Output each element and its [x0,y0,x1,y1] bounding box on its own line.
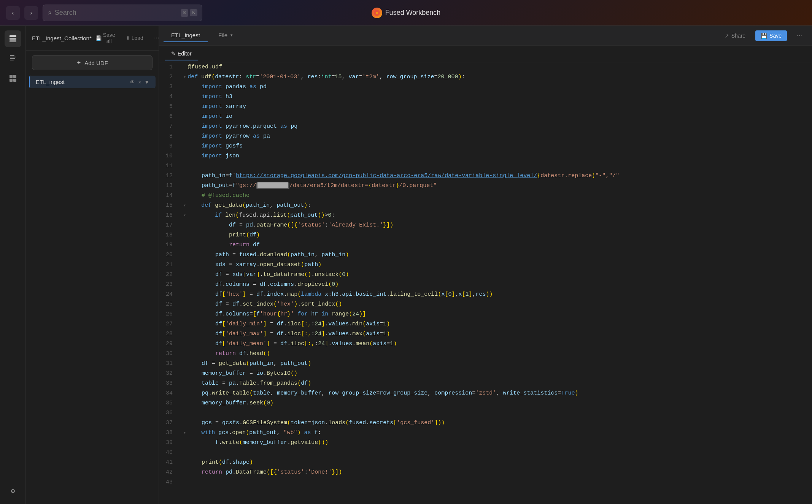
line-number: 31 [159,359,179,369]
line-number: 5 [159,102,179,112]
line-number: 12 [159,171,179,181]
line-content[interactable]: import h3 [179,92,812,102]
line-content[interactable]: df['hex'] = df.index.map(lambda x:h3.api… [179,290,812,300]
sidebar-item-label: ETL_ingest [36,79,130,85]
fold-button[interactable]: ▾ [182,430,188,436]
line-number: 22 [159,270,179,280]
add-udf-button[interactable]: ✦ Add UDF [32,55,153,70]
activity-settings[interactable] [5,483,21,499]
line-content[interactable]: path_out=f"gs://█████████/data/era5/t2m/… [179,181,812,191]
tab-file-menu[interactable]: File ▾ [211,29,240,42]
line-content[interactable]: pq.write_table(table, memory_buffer, row… [179,388,812,398]
code-line: 21 xds = xarray.open_dataset(path) [159,260,812,270]
main-layout: ETL_Ingest_Collection* 💾 Save all ⬇ Load… [0,26,812,504]
line-content[interactable]: memory_buffer = io.BytesIO() [179,369,812,379]
app-title-area: Fused Workbench [372,8,441,18]
code-line: 36 [159,408,812,418]
search-bar: ⌕ ⌘ K [43,5,202,21]
line-content[interactable] [179,161,812,171]
tab-actions: ↗ Share 💾 Save ⋯ [719,30,807,41]
line-content[interactable]: df = df.set_index('hex').sort_index() [179,300,812,309]
code-line: 2 ▾def udf(datestr: str='2001-01-03', re… [159,72,812,82]
line-number: 29 [159,339,179,349]
sidebar-header: ETL_Ingest_Collection* 💾 Save all ⬇ Load… [26,26,159,51]
code-line: 14 # @fused.cache [159,191,812,201]
line-number: 23 [159,280,179,290]
line-content[interactable]: path = fused.download(path_in, path_in) [179,250,812,260]
fold-button[interactable]: ▾ [182,74,188,80]
code-line: 29 df['daily_mean'] = df.iloc[:,:24].val… [159,339,812,349]
line-content[interactable]: memory_buffer.seek(0) [179,398,812,408]
line-content[interactable]: df.columns = df.columns.droplevel(0) [179,280,812,290]
tab-etl-ingest[interactable]: ETL_ingest [164,29,208,42]
line-number: 3 [159,82,179,92]
svg-rect-4 [10,55,14,56]
line-number: 17 [159,220,179,230]
top-bar: ‹ › ⌕ ⌘ K Fused Workbench [0,0,812,26]
code-line: 20 path = fused.download(path_in, path_i… [159,250,812,260]
line-content[interactable]: print(df) [179,230,812,240]
save-button[interactable]: 💾 Save [755,30,787,41]
load-icon: ⬇ [126,35,130,41]
line-content[interactable]: # @fused.cache [179,191,812,201]
sidebar-item-etl-ingest[interactable]: ETL_ingest 👁 × ▼ [29,76,156,88]
line-content[interactable]: df['daily_mean'] = df.iloc[:,:24].values… [179,339,812,349]
save-all-button[interactable]: 💾 Save all [92,30,119,46]
code-editor[interactable]: 1 @fused.udf 2 ▾def udf(datestr: str='20… [159,62,812,504]
line-content[interactable]: import xarray [179,102,812,112]
activity-grid[interactable] [5,70,21,87]
line-content[interactable]: print(df.shape) [179,458,812,468]
code-table: 1 @fused.udf 2 ▾def udf(datestr: str='20… [159,62,812,487]
line-content[interactable]: path_in=f'https://storage.googleapis.com… [179,171,812,181]
editor-area: ETL_ingest File ▾ ↗ Share 💾 Save ⋯ [159,26,812,504]
back-button[interactable]: ‹ [6,6,20,20]
item-eye-button[interactable]: 👁 [130,79,135,85]
line-content[interactable]: ▾ def get_data(path_in, path_out): [179,201,812,211]
line-content[interactable]: df['daily_min'] = df.iloc[:,:24].values.… [179,319,812,329]
item-chevron-button[interactable]: ▼ [144,79,149,85]
load-button[interactable]: ⬇ Load [122,33,147,43]
line-content[interactable]: f.write(memory_buffer.getvalue()) [179,438,812,448]
add-icon: ✦ [76,59,81,66]
line-content[interactable]: ▾def udf(datestr: str='2001-01-03', res:… [179,72,812,82]
fold-button[interactable]: ▾ [182,213,188,218]
line-content[interactable] [179,477,812,487]
activity-layers[interactable] [5,30,21,47]
line-content[interactable]: df = get_data(path_in, path_out) [179,359,812,369]
editor-sub-tab-editor[interactable]: ✎ Editor [165,48,198,60]
line-content[interactable]: df = pd.DataFrame([{'status':'Already Ex… [179,220,812,230]
line-content[interactable]: xds = xarray.open_dataset(path) [179,260,812,270]
code-line: 43 [159,477,812,487]
line-content[interactable]: df = xds[var].to_dataframe().unstack(0) [179,270,812,280]
line-content[interactable]: import gcsfs [179,141,812,151]
line-content[interactable]: df['daily_max'] = df.iloc[:,:24].values.… [179,329,812,339]
line-content[interactable]: return df.head() [179,349,812,359]
line-content[interactable]: gcs = gcsfs.GCSFileSystem(token=json.loa… [179,418,812,428]
line-content[interactable]: return pd.DataFrame([{'status':'Done!'}]… [179,468,812,477]
line-content[interactable]: ▾ with gcs.open(path_out, "wb") as f: [179,428,812,438]
line-content[interactable] [179,448,812,458]
line-number: 15 [159,201,179,211]
line-content[interactable]: import pyarrow as pa [179,132,812,141]
code-line: 6 import io [159,112,812,122]
item-close-button[interactable]: × [138,79,141,85]
share-icon: ↗ [725,33,729,39]
line-content[interactable]: import json [179,151,812,161]
fold-button[interactable]: ▾ [182,203,188,208]
svg-rect-10 [10,79,13,82]
share-button[interactable]: ↗ Share [719,30,751,41]
activity-files[interactable] [5,50,21,67]
line-content[interactable]: import pyarrow.parquet as pq [179,122,812,132]
line-content[interactable]: @fused.udf [179,62,812,72]
line-content[interactable]: return df [179,240,812,250]
forward-button[interactable]: › [24,6,38,20]
line-content[interactable]: import io [179,112,812,122]
search-input[interactable] [55,9,178,17]
line-content[interactable]: table = pa.Table.from_pandas(df) [179,379,812,388]
line-content[interactable]: df.columns=[f'hour{hr}' for hr in range(… [179,309,812,319]
line-content[interactable]: import pandas as pd [179,82,812,92]
line-content[interactable] [179,408,812,418]
more-options-button[interactable]: ⋯ [791,30,807,41]
line-content[interactable]: ▾ if len(fused.api.list(path_out))>0: [179,211,812,220]
collection-title: ETL_Ingest_Collection* [32,35,92,41]
